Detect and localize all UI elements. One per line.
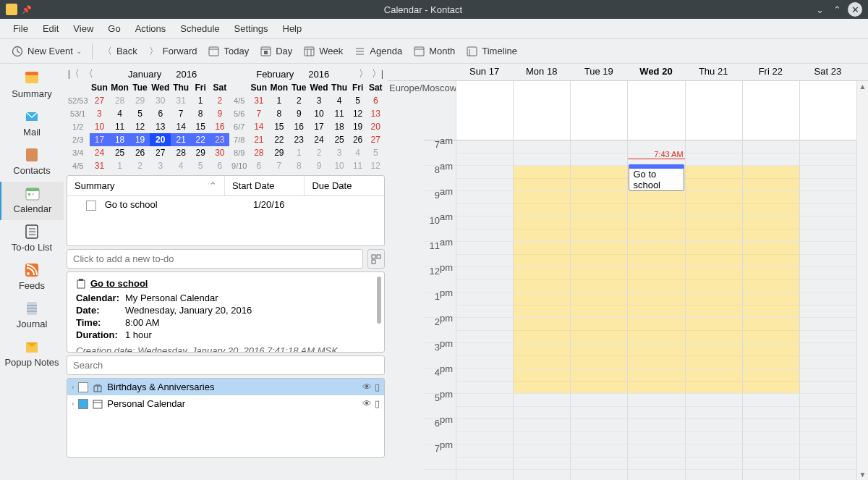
add-todo-input[interactable] bbox=[67, 249, 363, 269]
maximize-button[interactable]: ⌃ bbox=[830, 3, 843, 16]
menu-file[interactable]: File bbox=[6, 20, 35, 37]
day-column-fri[interactable] bbox=[742, 81, 799, 480]
sidebar-item-journal[interactable]: Journal bbox=[0, 297, 64, 335]
sidebar-item-todo[interactable]: To-do List bbox=[0, 220, 64, 258]
calendar-item-personal[interactable]: › Personal Calendar 👁▯ bbox=[67, 395, 384, 412]
day-column-sat[interactable] bbox=[799, 81, 856, 480]
day-header-wed[interactable]: Wed 20 bbox=[627, 64, 684, 80]
day-column-sun[interactable] bbox=[456, 81, 513, 480]
tree-toggle-icon: › bbox=[72, 400, 74, 408]
tree-toggle-icon: › bbox=[72, 383, 74, 391]
menu-schedule[interactable]: Schedule bbox=[173, 20, 226, 37]
svg-rect-42 bbox=[93, 400, 102, 408]
day-header-fri[interactable]: Fri 22 bbox=[742, 64, 799, 80]
event-details: Go to school Calendar:My Personal Calend… bbox=[67, 271, 385, 353]
svg-rect-13 bbox=[414, 47, 424, 56]
svg-point-29 bbox=[27, 272, 30, 275]
timeline-icon bbox=[467, 46, 477, 56]
todo-row[interactable]: Go to school 1/20/16 bbox=[67, 196, 384, 214]
gift-icon bbox=[93, 382, 103, 392]
menu-actions[interactable]: Actions bbox=[128, 20, 174, 37]
day-header-sun[interactable]: Sun 17 bbox=[456, 64, 513, 80]
day-header-mon[interactable]: Mon 18 bbox=[513, 64, 570, 80]
calendar-item-birthdays[interactable]: › Birthdays & Anniversaries 👁▯ bbox=[67, 379, 384, 395]
list-icon bbox=[354, 46, 365, 56]
svg-rect-38 bbox=[77, 280, 85, 288]
menu-settings[interactable]: Settings bbox=[227, 20, 276, 37]
minical-prev-button[interactable]: 〈 bbox=[81, 67, 95, 80]
day-header-tue[interactable]: Tue 19 bbox=[570, 64, 627, 80]
forward-button[interactable]: 〉Forward bbox=[143, 42, 203, 61]
minical-february[interactable]: SunMonTueWedThuFriSat 4/531123456 5/6789… bbox=[229, 81, 385, 172]
todo-col-start[interactable]: Start Date bbox=[225, 176, 305, 195]
back-button[interactable]: 〈Back bbox=[97, 42, 143, 61]
day-button[interactable]: Day bbox=[255, 43, 298, 59]
search-input[interactable] bbox=[67, 355, 385, 375]
chevron-right-icon: 〉 bbox=[149, 45, 158, 58]
current-time-label: 7:43 AM bbox=[654, 150, 683, 159]
minical-next-button[interactable]: 〉 bbox=[356, 67, 370, 80]
close-button[interactable]: ✕ bbox=[848, 2, 862, 17]
sidebar-item-mail[interactable]: Mail bbox=[0, 105, 64, 143]
add-todo-options-button[interactable] bbox=[367, 249, 385, 269]
day-header-thu[interactable]: Thu 21 bbox=[685, 64, 742, 80]
todo-table: Summary⌃ Start Date Due Date Go to schoo… bbox=[67, 175, 385, 246]
sidebar-item-feeds[interactable]: Feeds bbox=[0, 258, 64, 297]
device-icon[interactable]: ▯ bbox=[375, 398, 380, 409]
sidebar-nav: Summary Mail Contacts Calendar To-do Lis… bbox=[0, 64, 64, 480]
menu-edit[interactable]: Edit bbox=[35, 20, 66, 37]
day-column-wed[interactable]: 7:43 AM Go to school bbox=[627, 81, 684, 480]
timezone-label: Europe/Moscow bbox=[388, 81, 424, 480]
sort-asc-icon: ⌃ bbox=[209, 180, 217, 191]
minical-month-label[interactable]: January bbox=[121, 69, 169, 80]
month-button[interactable]: Month bbox=[408, 43, 461, 59]
calendar-icon bbox=[208, 46, 219, 56]
menu-go[interactable]: Go bbox=[101, 20, 127, 37]
sidebar-item-contacts[interactable]: Contacts bbox=[0, 143, 64, 182]
todo-col-summary[interactable]: Summary⌃ bbox=[67, 176, 225, 195]
scroll-up-icon[interactable]: ▲ bbox=[857, 83, 868, 90]
sidebar-item-summary[interactable]: Summary bbox=[0, 67, 64, 105]
minical-january[interactable]: SunMonTueWedThuFriSat 52/53272829303112 … bbox=[67, 81, 229, 172]
minimize-button[interactable]: ⌄ bbox=[813, 3, 826, 16]
svg-rect-5 bbox=[264, 51, 268, 54]
day-column-tue[interactable] bbox=[570, 81, 627, 480]
eye-icon[interactable]: 👁 bbox=[362, 398, 372, 409]
day-column-mon[interactable] bbox=[513, 81, 570, 480]
minical-month-label[interactable]: February bbox=[249, 69, 301, 80]
clock-icon bbox=[12, 46, 23, 57]
calendar-day-icon bbox=[260, 46, 271, 56]
scroll-down-icon[interactable]: ▼ bbox=[857, 471, 868, 479]
eye-icon[interactable]: 👁 bbox=[362, 382, 372, 392]
menu-help[interactable]: Help bbox=[276, 20, 310, 37]
svg-rect-1 bbox=[209, 47, 218, 56]
svg-rect-36 bbox=[377, 255, 380, 258]
day-header-sat[interactable]: Sat 23 bbox=[799, 64, 856, 80]
week-scrollbar[interactable]: ▲ ▼ bbox=[856, 81, 868, 480]
menu-view[interactable]: View bbox=[66, 20, 101, 37]
todo-checkbox[interactable] bbox=[86, 201, 96, 211]
week-button[interactable]: Week bbox=[298, 43, 349, 59]
pin-icon[interactable]: 📌 bbox=[22, 5, 32, 14]
minical-last-button[interactable]: 〉| bbox=[370, 67, 385, 80]
timeline-button[interactable]: Timeline bbox=[461, 43, 523, 59]
minical-year-label[interactable]: 2016 bbox=[301, 69, 336, 80]
todo-col-due[interactable]: Due Date bbox=[305, 176, 384, 195]
minical-first-button[interactable]: |〈 bbox=[67, 67, 81, 80]
svg-rect-18 bbox=[25, 72, 38, 75]
menubar: File Edit View Go Actions Schedule Setti… bbox=[0, 19, 868, 39]
svg-rect-39 bbox=[79, 279, 83, 281]
current-time-line bbox=[628, 159, 684, 159]
calendar-icon bbox=[93, 399, 103, 409]
minical-year-label[interactable]: 2016 bbox=[169, 69, 204, 80]
event-go-to-school[interactable]: Go to school bbox=[629, 166, 684, 191]
details-scrollbar[interactable] bbox=[377, 277, 383, 348]
svg-rect-19 bbox=[26, 148, 38, 161]
sidebar-item-calendar[interactable]: Calendar bbox=[0, 182, 64, 220]
today-button[interactable]: Today bbox=[203, 43, 255, 59]
new-event-button[interactable]: New Event ⌄ bbox=[6, 43, 88, 60]
sidebar-item-notes[interactable]: Popup Notes bbox=[0, 335, 64, 374]
day-column-thu[interactable] bbox=[685, 81, 742, 480]
device-icon[interactable]: ▯ bbox=[375, 382, 380, 392]
agenda-button[interactable]: Agenda bbox=[349, 43, 408, 59]
